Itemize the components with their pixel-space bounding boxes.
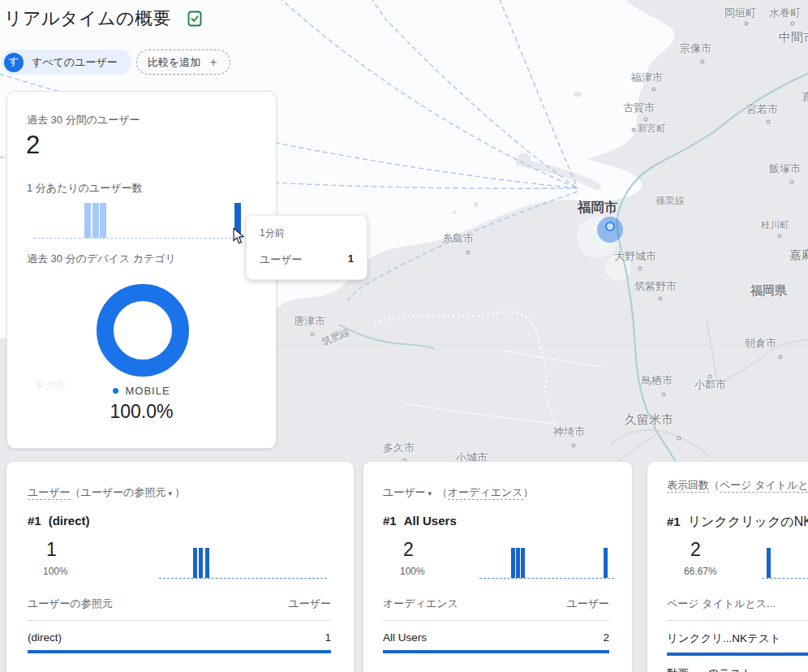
- sparkline-bar[interactable]: [100, 203, 106, 238]
- realtime-overview-page: 岡垣町水巻町中間市宗像市福津市古賀市新宮町宮若市直方市飯塚市篠栗線桂川町嘉麻市福…: [0, 0, 808, 672]
- device-legend: MOBILE: [7, 385, 276, 397]
- caret-down-icon[interactable]: ▾: [428, 489, 432, 498]
- map-island: [474, 202, 479, 207]
- device-legend-label: MOBILE: [125, 385, 170, 397]
- users-per-minute-chart[interactable]: [33, 204, 264, 239]
- map-island: [453, 211, 456, 214]
- top-entry: #1All Users: [383, 514, 457, 528]
- dimension-label[interactable]: ユーザーの参照元: [81, 486, 166, 498]
- map-island: [574, 92, 582, 97]
- user-location-marker-center: [606, 222, 614, 230]
- users-30min-value: 2: [26, 131, 40, 160]
- audience-avatar: す: [4, 53, 24, 72]
- sparkline-bar[interactable]: [193, 548, 197, 578]
- tooltip-time: 1分前: [260, 226, 354, 240]
- rank-number: #1: [28, 514, 41, 528]
- dimension-table: オーディエンス ユーザー All Users 2: [383, 597, 609, 653]
- caret-down-icon[interactable]: ▾: [169, 489, 173, 498]
- add-comparison-button[interactable]: 比較を追加 ＋: [136, 50, 230, 75]
- row-value: 2: [603, 631, 609, 644]
- table-row[interactable]: (direct) 1: [28, 621, 331, 653]
- metric-percent: 100%: [43, 566, 68, 577]
- mini-bar-chart[interactable]: [159, 549, 327, 579]
- data-quality-check-icon[interactable]: [186, 10, 204, 28]
- metric-label[interactable]: 表示回数: [667, 479, 709, 493]
- row-label: 動画 - ...のテスト: [667, 666, 753, 672]
- add-comparison-label: 比較を追加: [148, 55, 200, 70]
- legend-dot-icon: [113, 388, 118, 394]
- views-by-page-card: 表示回数（ページ タイトルとスクリーン名） #1リンククリックのNKテスト 2 …: [647, 461, 808, 672]
- metric-value: 2: [690, 539, 701, 561]
- metric-label[interactable]: ユーザー: [28, 486, 71, 500]
- row-progress-bar: [28, 650, 331, 653]
- sparkline-bar[interactable]: [767, 548, 771, 578]
- top-entry: #1リンククリックのNKテスト: [667, 514, 808, 531]
- card-metric-selector[interactable]: ユーザー（ユーザーの参照元▾）: [28, 484, 337, 502]
- chart-tooltip: 1分前 ユーザー 1: [246, 215, 367, 280]
- dimension-table: ページ タイトルとス... リンククリ...NKテスト 動画 - ...のテスト: [667, 597, 808, 672]
- device-category-donut-chart[interactable]: [97, 284, 189, 377]
- audience-chip-label: すべてのユーザー: [32, 55, 118, 70]
- metric-value: 1: [46, 539, 57, 561]
- dimension-label[interactable]: ページ タイトルとスクリーン名: [720, 479, 808, 493]
- dimension-column-header: ページ タイトルとス...: [667, 597, 776, 611]
- mini-bar-chart[interactable]: [479, 549, 614, 579]
- table-header: ページ タイトルとス...: [667, 597, 808, 621]
- table-header: ユーザーの参照元 ユーザー: [28, 597, 331, 621]
- table-row[interactable]: リンククリ...NKテスト: [667, 621, 808, 656]
- sparkline-bar[interactable]: [84, 203, 91, 238]
- sparkline-bar[interactable]: [516, 548, 520, 578]
- dimension-table: ユーザーの参照元 ユーザー (direct) 1: [28, 597, 331, 653]
- realtime-overview-card: 過去 30 分間のユーザー 2 1 分あたりのユーザー数 過去 30 分のデバイ…: [6, 91, 277, 449]
- sparkline-bar[interactable]: [92, 203, 99, 238]
- dimension-label[interactable]: オーディエンス: [448, 486, 523, 500]
- rank-number: #1: [667, 515, 681, 528]
- mini-bar-chart[interactable]: [762, 549, 808, 579]
- sparkline-bar[interactable]: [604, 548, 608, 578]
- dimension-column-header: オーディエンス: [383, 597, 458, 611]
- metric-column-header: ユーザー: [566, 597, 609, 611]
- metric-value: 2: [403, 539, 414, 561]
- device-category-label: 過去 30 分のデバイス カテゴリ: [27, 252, 176, 266]
- rank-number: #1: [383, 514, 397, 528]
- top-entry-name: (direct): [49, 514, 90, 528]
- row-label: All Users: [383, 631, 427, 644]
- metric-column-header: ユーザー: [288, 597, 331, 611]
- page-title: リアルタイムの概要: [4, 6, 171, 31]
- tooltip-metric: ユーザー: [260, 252, 303, 267]
- metric-percent: 66.67%: [684, 566, 717, 577]
- users-30min-label: 過去 30 分間のユーザー: [27, 113, 140, 127]
- top-entry: #1(direct): [28, 514, 90, 528]
- users-per-minute-label: 1 分あたりのユーザー数: [27, 181, 143, 196]
- card-metric-selector[interactable]: 表示回数（ページ タイトルとスクリーン名）: [667, 476, 808, 493]
- table-row[interactable]: 動画 - ...のテスト: [667, 656, 808, 672]
- tooltip-value: 1: [348, 252, 354, 267]
- cursor-icon: [233, 228, 247, 244]
- card-metric-selector[interactable]: ユーザー▾ （オーディエンス）: [383, 484, 616, 502]
- row-label: (direct): [28, 631, 62, 644]
- row-value: 1: [324, 631, 331, 644]
- audience-chip[interactable]: す すべてのユーザー: [1, 50, 131, 75]
- top-entry-name: リンククリックのNKテスト: [688, 515, 808, 528]
- metric-percent: 100%: [400, 566, 425, 577]
- metric-label[interactable]: ユーザー: [383, 486, 426, 498]
- sparkline-bar[interactable]: [205, 548, 209, 578]
- table-row[interactable]: All Users 2: [383, 621, 609, 653]
- row-progress-bar: [383, 650, 609, 653]
- users-by-source-card: ユーザー（ユーザーの参照元▾） #1(direct) 1 100% ユーザーの参…: [6, 461, 355, 672]
- users-by-audience-card: ユーザー▾ （オーディエンス） #1All Users 2 100% オーディエ…: [363, 461, 633, 672]
- dimension-column-header: ユーザーの参照元: [28, 597, 113, 611]
- device-percent: 100.0%: [7, 401, 276, 423]
- table-header: オーディエンス ユーザー: [383, 597, 609, 621]
- top-entry-name: All Users: [404, 514, 457, 528]
- sparkline-bar[interactable]: [521, 548, 525, 578]
- plus-icon: ＋: [207, 54, 219, 70]
- sparkline-bar[interactable]: [199, 548, 203, 578]
- sparkline-bar[interactable]: [511, 548, 515, 578]
- row-label: リンククリ...NKテスト: [667, 631, 781, 646]
